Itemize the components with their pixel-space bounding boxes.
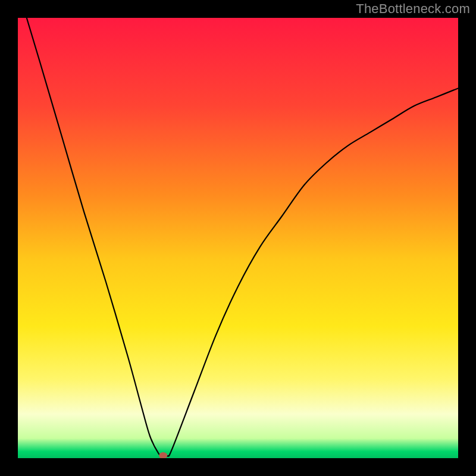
plot-background (18, 18, 458, 458)
watermark-text: TheBottleneck.com (356, 1, 470, 17)
bottleneck-chart (18, 18, 458, 458)
chart-frame: TheBottleneck.com (0, 0, 476, 476)
